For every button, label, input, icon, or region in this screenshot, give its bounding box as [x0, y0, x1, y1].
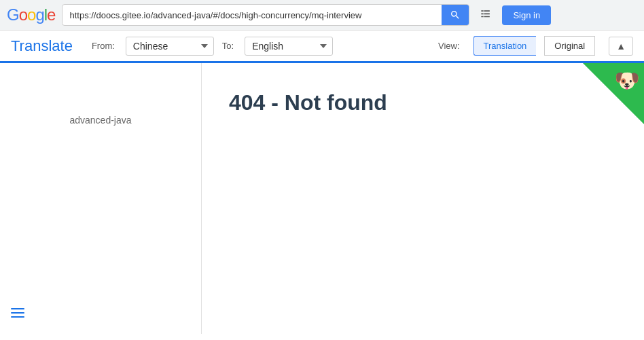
hamburger-line-3: [11, 316, 24, 318]
to-language-select[interactable]: English: [245, 37, 333, 56]
main-content: 🐶 advanced-java 404 - Not found: [0, 63, 644, 334]
google-logo: Google: [7, 5, 55, 24]
collapse-button[interactable]: ▲: [609, 37, 633, 56]
translation-view-button[interactable]: Translation: [473, 36, 537, 56]
view-label: View:: [438, 41, 460, 51]
search-button[interactable]: [442, 5, 469, 25]
hamburger-line-2: [11, 312, 24, 314]
sidebar-footer: [11, 303, 190, 323]
gitee-corner[interactable]: 🐶: [583, 63, 644, 124]
sign-in-button[interactable]: Sign in: [502, 5, 551, 25]
from-label: From:: [92, 41, 115, 51]
gitee-icon: 🐶: [615, 69, 640, 92]
search-icon: [450, 10, 461, 20]
sidebar: advanced-java: [0, 63, 202, 334]
hamburger-line-1: [11, 308, 24, 309]
hamburger-menu-button[interactable]: [11, 308, 190, 318]
to-label: To:: [222, 41, 234, 51]
address-bar-wrapper: [62, 4, 469, 26]
apps-button[interactable]: [476, 5, 495, 24]
grid-icon: [479, 8, 493, 22]
translate-header: Translate From: Chinese To: English View…: [0, 31, 644, 63]
from-language-select[interactable]: Chinese: [126, 37, 214, 56]
sidebar-title: advanced-java: [11, 74, 190, 132]
content-area: 404 - Not found: [202, 63, 644, 334]
original-view-button[interactable]: Original: [544, 36, 595, 56]
address-bar[interactable]: [62, 7, 442, 24]
translate-logo: Translate: [11, 37, 73, 55]
not-found-heading: 404 - Not found: [229, 90, 617, 115]
collapse-icon: ▲: [616, 41, 626, 52]
browser-bar: Google Sign in: [0, 0, 644, 31]
